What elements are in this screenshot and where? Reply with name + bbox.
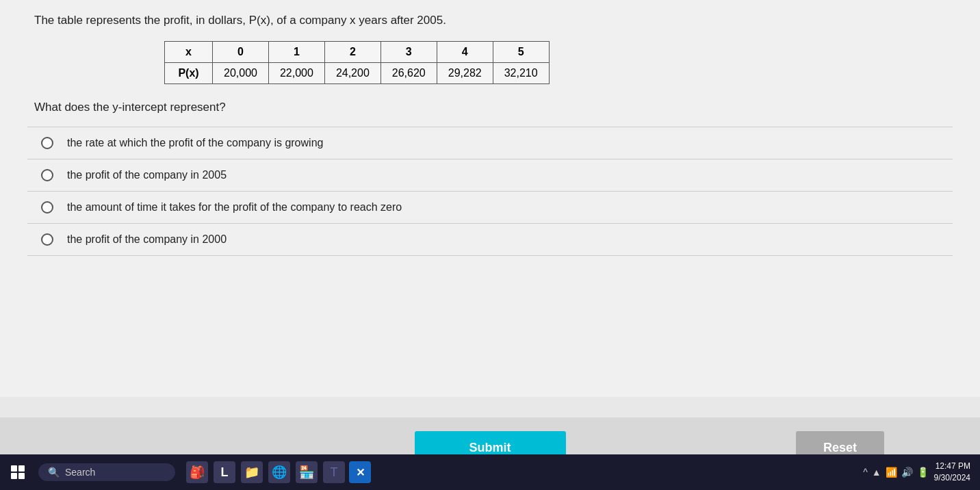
taskbar-app-teams[interactable]: T <box>323 461 345 483</box>
taskbar-app-x[interactable]: ✕ <box>349 461 371 483</box>
wifi-icon[interactable]: 📶 <box>886 467 897 478</box>
col-header-x: x <box>165 42 213 63</box>
col-header-2: 2 <box>324 42 381 63</box>
chevron-up-icon[interactable]: ^ <box>863 467 868 478</box>
taskbar-app-edge[interactable]: 🌐 <box>268 461 290 483</box>
taskbar-app-files[interactable]: 🎒 <box>186 461 208 483</box>
volume-icon[interactable]: 🔊 <box>901 467 913 478</box>
search-icon: 🔍 <box>48 467 60 478</box>
taskbar-app-folder[interactable]: 📁 <box>241 461 263 483</box>
taskbar: 🔍 Search 🎒 L 📁 🌐 🏪 T ✕ ^ ▲ 📶 � <box>0 454 980 490</box>
option-row-2[interactable]: the profit of the company in 2005 <box>27 159 953 191</box>
battery-icon[interactable]: 🔋 <box>917 467 929 478</box>
radio-3[interactable] <box>41 201 53 214</box>
option-row-4[interactable]: the profit of the company in 2000 <box>27 223 953 256</box>
system-tray: ^ ▲ 📶 🔊 🔋 <box>863 467 928 478</box>
option-label-2: the profit of the company in 2005 <box>67 169 227 181</box>
windows-icon <box>11 465 25 479</box>
options-section: the rate at which the profit of the comp… <box>27 127 953 256</box>
search-label: Search <box>65 467 95 478</box>
taskbar-right: ^ ▲ 📶 🔊 🔋 12:47 PM 9/30/2024 <box>863 461 973 484</box>
table-container: x 0 1 2 3 4 5 P(x) 20,000 22,000 24,200 … <box>164 41 953 84</box>
row-label: P(x) <box>165 63 213 84</box>
option-row-3[interactable]: the amount of time it takes for the prof… <box>27 191 953 223</box>
col-header-0: 0 <box>213 42 269 63</box>
question-text: What does the y-intercept represent? <box>34 101 946 114</box>
cell-0: 20,000 <box>213 63 269 84</box>
taskbar-icons: 🎒 L 📁 🌐 🏪 T ✕ <box>185 461 371 483</box>
col-header-3: 3 <box>381 42 437 63</box>
network-icon[interactable]: ▲ <box>872 467 881 478</box>
cell-3: 26,620 <box>381 63 437 84</box>
option-label-3: the amount of time it takes for the prof… <box>67 201 402 214</box>
taskbar-app-l[interactable]: L <box>214 461 235 483</box>
radio-2[interactable] <box>41 169 53 181</box>
clock-time: 12:47 PM <box>934 461 970 472</box>
search-bar[interactable]: 🔍 Search <box>38 463 175 481</box>
cell-2: 24,200 <box>324 63 381 84</box>
option-row-1[interactable]: the rate at which the profit of the comp… <box>27 127 953 159</box>
cell-4: 29,282 <box>437 63 493 84</box>
taskbar-app-store[interactable]: 🏪 <box>296 461 318 483</box>
option-label-4: the profit of the company in 2000 <box>67 233 227 246</box>
intro-text: The table represents the profit, in doll… <box>34 14 953 27</box>
option-label-1: the rate at which the profit of the comp… <box>67 137 323 149</box>
profit-table: x 0 1 2 3 4 5 P(x) 20,000 22,000 24,200 … <box>164 41 550 84</box>
radio-4[interactable] <box>41 233 53 246</box>
clock[interactable]: 12:47 PM 9/30/2024 <box>934 461 970 484</box>
col-header-1: 1 <box>268 42 324 63</box>
cell-5: 32,210 <box>493 63 549 84</box>
cell-1: 22,000 <box>268 63 324 84</box>
clock-date: 9/30/2024 <box>934 472 970 484</box>
start-button[interactable] <box>7 461 29 483</box>
col-header-5: 5 <box>493 42 549 63</box>
main-content: The table represents the profit, in doll… <box>0 0 980 397</box>
radio-1[interactable] <box>41 137 53 149</box>
col-header-4: 4 <box>437 42 493 63</box>
